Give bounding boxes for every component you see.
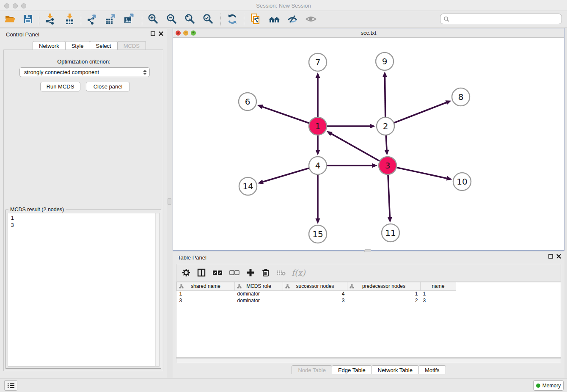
table-toolbar: f(x) (176, 264, 561, 282)
toolbar-separator (244, 14, 244, 25)
export-image-icon[interactable] (123, 13, 136, 26)
table-cell[interactable]: 3 (421, 297, 456, 304)
export-table-icon[interactable] (105, 13, 117, 26)
vertical-splitter-grip[interactable] (168, 198, 171, 205)
result-scrollbar[interactable] (155, 213, 159, 366)
tab-motifs[interactable]: Motifs (418, 365, 446, 374)
delete-column-icon[interactable] (261, 268, 270, 277)
node-label-8: 8 (458, 92, 464, 102)
table-panel-title: Table Panel (178, 254, 206, 261)
table-row[interactable]: 3dominator323 (177, 297, 561, 304)
node-label-6: 6 (245, 97, 250, 107)
tab-network[interactable]: Network (33, 41, 66, 50)
clone-network-icon[interactable] (250, 13, 262, 26)
close-panel-icon[interactable] (556, 254, 561, 259)
birds-eye-view-icon[interactable] (305, 13, 318, 26)
add-column-icon[interactable] (246, 268, 255, 277)
zoom-fit-icon[interactable] (184, 13, 197, 26)
network-view-window: x – + scc.txt 7968124314101511 (173, 28, 564, 251)
app-title: Session: New Session (0, 3, 567, 9)
arrowhead-1-2 (370, 124, 375, 129)
node-label-14: 14 (242, 181, 253, 191)
criterion-select[interactable]: strongly connected component (19, 67, 150, 77)
edge-2-8[interactable] (394, 102, 447, 123)
node-label-1: 1 (315, 121, 321, 131)
column-header-name[interactable]: name (421, 282, 456, 290)
tab-select[interactable]: Select (90, 41, 118, 50)
import-network-icon[interactable] (44, 13, 57, 26)
node-label-15: 15 (312, 229, 323, 239)
toolbar-separator (220, 14, 221, 25)
table-cell[interactable]: 4 (283, 290, 347, 297)
memory-button[interactable]: Memory (533, 380, 564, 391)
search-input[interactable] (440, 14, 562, 24)
memory-status-icon (536, 384, 540, 388)
control-panel: Control Panel Network Style Select MCDS … (0, 29, 167, 378)
network-window-title: scc.txt (173, 30, 564, 36)
zoom-out-icon[interactable] (166, 13, 179, 26)
arrowhead-1-6 (257, 105, 263, 109)
network-window-titlebar[interactable]: x – + scc.txt (173, 28, 564, 38)
home-pages-icon[interactable] (268, 13, 281, 26)
edge-4-14[interactable] (263, 168, 309, 182)
show-columns-icon[interactable] (197, 268, 206, 277)
deselect-all-checks-icon[interactable] (229, 268, 240, 277)
float-panel-icon[interactable] (548, 254, 553, 259)
function-builder-icon[interactable]: f(x) (292, 268, 306, 277)
arrowhead-2-3 (385, 150, 389, 155)
edge-3-1[interactable] (331, 134, 379, 161)
export-network-icon[interactable] (86, 13, 99, 26)
network-canvas[interactable]: 7968124314101511 (173, 38, 564, 250)
import-table-icon[interactable] (63, 13, 76, 26)
table-row[interactable]: 1dominator411 (177, 290, 561, 297)
graphics-details-icon[interactable] (286, 13, 299, 26)
close-panel-icon[interactable] (159, 31, 163, 36)
column-type-icon (237, 284, 242, 290)
apply-layout-icon[interactable] (226, 13, 239, 26)
float-panel-icon[interactable] (151, 31, 155, 36)
criterion-value: strongly connected component (24, 69, 143, 75)
mcds-result-list[interactable]: 13 (8, 213, 160, 367)
table-hscrollbar[interactable] (176, 358, 561, 363)
column-header-successor-nodes[interactable]: successor nodes (283, 282, 347, 290)
run-mcds-button[interactable]: Run MCDS (40, 82, 80, 91)
app-titlebar: Session: New Session (0, 0, 567, 11)
zoom-in-icon[interactable] (147, 13, 160, 26)
list-icon (7, 383, 15, 389)
table-cell[interactable]: 1 (421, 290, 456, 297)
edge-2-9[interactable] (385, 77, 385, 117)
tab-edge-table[interactable]: Edge Table (332, 365, 372, 374)
edge-3-11[interactable] (388, 175, 390, 218)
column-header-shared-name[interactable]: shared name (177, 282, 235, 290)
memory-label: Memory (542, 383, 561, 389)
tab-style[interactable]: Style (65, 41, 90, 50)
edge-2-3[interactable] (386, 135, 387, 150)
table-cell[interactable]: 1 (347, 290, 421, 297)
edge-3-10[interactable] (397, 168, 447, 179)
settings-gear-icon[interactable] (182, 268, 191, 277)
table-cell[interactable]: 2 (347, 297, 421, 304)
table-cell[interactable]: 3 (283, 297, 347, 304)
tab-mcds[interactable]: MCDS (117, 41, 146, 50)
select-all-checks-icon[interactable] (212, 268, 223, 277)
open-folder-icon[interactable] (4, 13, 17, 26)
save-session-icon[interactable] (22, 13, 35, 26)
tab-network-table[interactable]: Network Table (372, 365, 419, 374)
close-panel-button[interactable]: Close panel (86, 82, 130, 91)
zoom-selected-icon[interactable] (202, 13, 215, 26)
arrowhead-3-10 (446, 176, 452, 181)
search-icon (443, 16, 449, 22)
table-cell[interactable]: 1 (177, 290, 235, 297)
tab-node-table[interactable]: Node Table (292, 365, 332, 374)
delete-table-icon[interactable] (276, 268, 286, 277)
column-header-mcds-role[interactable]: MCDS role (235, 282, 283, 290)
table-cell[interactable]: 3 (177, 297, 235, 304)
table-cell[interactable]: dominator (235, 290, 283, 297)
result-line: 3 (11, 222, 159, 229)
console-list-button[interactable] (4, 380, 17, 391)
edge-1-6[interactable] (262, 107, 309, 123)
table-cell[interactable]: dominator (235, 297, 283, 304)
optimization-criterion-label: Optimization criterion: (4, 58, 164, 65)
node-table[interactable]: shared name MCDS role successor nodes pr… (176, 282, 561, 358)
column-header-predecessor-nodes[interactable]: predecessor nodes (347, 282, 421, 290)
